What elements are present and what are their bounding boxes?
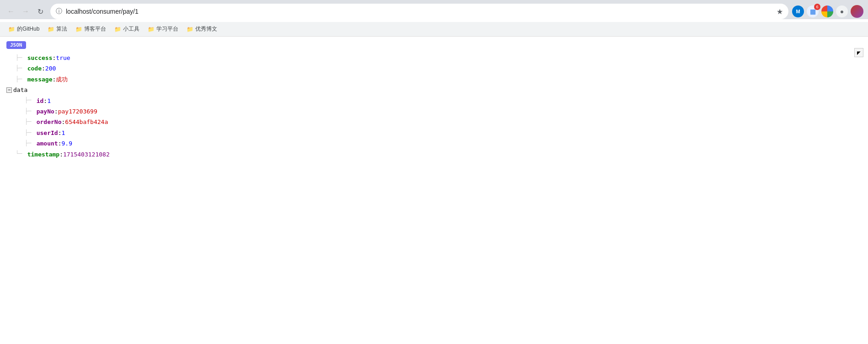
payno-colon: : <box>54 106 58 117</box>
connector-timestamp: └─ <box>16 149 26 159</box>
success-colon: : <box>52 53 56 63</box>
bookmark-blog[interactable]: 📁 博客平台 <box>72 24 110 34</box>
orderno-colon: : <box>61 117 65 127</box>
address-bar[interactable]: ⓘ localhost/consumer/pay/1 ★ <box>50 4 788 19</box>
bookmark-learning[interactable]: 📁 学习平台 <box>144 24 182 34</box>
connector-payno: ├─ <box>25 107 35 117</box>
bookmark-tools-label: 小工具 <box>123 25 139 33</box>
browser-actions: M ▦ 6 ● <box>792 5 863 18</box>
orderno-val: 6544bafb424a <box>65 117 108 127</box>
connector-userid: ├─ <box>25 128 35 138</box>
bookmark-excellent-blogs[interactable]: 📁 优秀博文 <box>183 24 221 34</box>
payno-val: pay17203699 <box>58 106 97 117</box>
data-expander[interactable]: − <box>6 87 12 93</box>
page-content: JSON ├─ success : true ├─ code : 200 ├─ … <box>0 37 868 344</box>
orderno-key: orderNo <box>37 117 62 127</box>
browser-chrome: ← → ↻ ⓘ localhost/consumer/pay/1 ★ M ▦ 6… <box>0 0 868 19</box>
bookmark-tools[interactable]: 📁 小工具 <box>111 24 143 34</box>
connector-message: ├─ <box>16 75 26 85</box>
id-colon: : <box>43 96 47 106</box>
id-key: id <box>37 96 44 106</box>
extension-badge: 6 <box>814 4 820 10</box>
data-id-row: ├─ id : 1 <box>25 96 863 106</box>
amount-val: 9.9 <box>61 138 72 149</box>
message-key: message <box>27 74 53 85</box>
message-colon: : <box>52 74 56 85</box>
folder-icon: 📁 <box>187 26 193 32</box>
timestamp-row: └─ timestamp : 1715403121082 <box>16 149 863 160</box>
bookmark-star-icon[interactable]: ★ <box>777 7 783 16</box>
browser-toolbar: ← → ↻ ⓘ localhost/consumer/pay/1 ★ M ▦ 6… <box>5 4 863 19</box>
bookmark-blog-label: 博客平台 <box>84 25 106 33</box>
json-badge[interactable]: JSON <box>6 41 863 53</box>
reload-button[interactable]: ↻ <box>34 5 47 18</box>
amount-colon: : <box>58 138 62 149</box>
bookmark-algorithms-label: 算法 <box>56 25 67 33</box>
data-userid-row: ├─ userId : 1 <box>25 128 863 138</box>
chrome-icon[interactable] <box>821 5 833 17</box>
bookmark-github[interactable]: 📁 的GitHub <box>5 24 43 34</box>
nav-buttons: ← → ↻ <box>5 5 47 18</box>
userid-val: 1 <box>61 128 65 138</box>
success-row: ├─ success : true <box>16 53 863 63</box>
timestamp-key: timestamp <box>27 149 59 160</box>
folder-icon: 📁 <box>75 26 82 32</box>
code-colon: : <box>42 63 45 74</box>
lock-icon: ⓘ <box>56 7 62 16</box>
folder-icon: 📁 <box>148 26 155 32</box>
message-row: ├─ message : 成功 <box>16 74 863 85</box>
puzzle-extension-icon[interactable]: ● <box>836 5 848 17</box>
code-val: 200 <box>45 63 56 74</box>
code-row: ├─ code : 200 <box>16 63 863 74</box>
forward-button[interactable]: → <box>19 5 32 18</box>
data-amount-row: ├─ amount : 9.9 <box>25 138 863 149</box>
amount-key: amount <box>37 138 58 149</box>
bookmark-algorithms[interactable]: 📁 算法 <box>44 24 71 34</box>
data-key: data <box>13 85 27 95</box>
connector-id: ├─ <box>25 96 35 106</box>
timestamp-colon: : <box>59 149 63 160</box>
connector-success: ├─ <box>16 53 26 63</box>
bookmark-github-label: 的GitHub <box>17 25 39 33</box>
userid-colon: : <box>58 128 62 138</box>
json-tree: ├─ success : true ├─ code : 200 ├─ messa… <box>6 53 863 160</box>
data-payno-row: ├─ payNo : pay17203699 <box>25 106 863 117</box>
json-badge-label: JSON <box>6 41 26 49</box>
message-val: 成功 <box>56 74 68 85</box>
resize-button[interactable]: ◤ <box>854 48 863 57</box>
bookmark-learning-label: 学习平台 <box>156 25 178 33</box>
profile-button[interactable] <box>851 5 863 18</box>
url-display: localhost/consumer/pay/1 <box>66 8 773 15</box>
code-key: code <box>27 63 42 74</box>
data-orderno-row: ├─ orderNo : 6544bafb424a <box>25 117 863 127</box>
success-key: success <box>27 53 53 63</box>
resize-icon: ◤ <box>857 50 861 55</box>
timestamp-val: 1715403121082 <box>63 149 110 160</box>
folder-icon: 📁 <box>48 26 54 32</box>
payno-key: payNo <box>37 106 54 117</box>
connector-orderno: ├─ <box>25 117 35 127</box>
success-val: true <box>56 53 70 63</box>
back-button[interactable]: ← <box>5 5 17 18</box>
folder-icon: 📁 <box>8 26 15 32</box>
connector-code: ├─ <box>16 64 26 74</box>
extensions-icon[interactable]: ▦ 6 <box>807 5 819 17</box>
bookmarks-bar: 📁 的GitHub 📁 算法 📁 博客平台 📁 小工具 📁 学习平台 📁 优秀博… <box>0 22 868 37</box>
bookmark-excellent-blogs-label: 优秀博文 <box>195 25 217 33</box>
folder-icon: 📁 <box>114 26 121 32</box>
id-val: 1 <box>47 96 51 106</box>
connector-amount: ├─ <box>25 139 35 149</box>
microsoft-extension-icon[interactable]: M <box>792 5 804 17</box>
data-row: − data <box>6 85 863 95</box>
userid-key: userId <box>37 128 58 138</box>
